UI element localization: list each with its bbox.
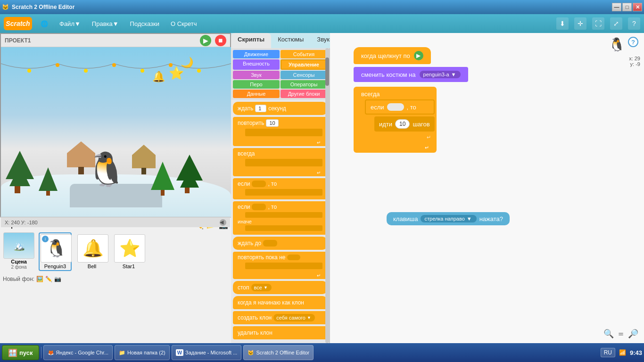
taskbar-item-browser[interactable]: 🦊 Яндекс - Google Chr... — [43, 345, 113, 360]
penguin-thumbnail: i 🐧 — [41, 234, 72, 263]
left-panel: ПРОЕКТ1 ▶ ⏹ — [0, 33, 231, 343]
menu-hints[interactable]: Подсказки — [127, 18, 162, 29]
cat-pen[interactable]: Перо — [233, 80, 280, 89]
camera-backdrop-icon[interactable]: 📷 — [54, 276, 61, 282]
when-flag-clicked-block[interactable]: когда щелкнут по ▶ — [354, 47, 431, 64]
new-backdrop-section: Новый фон: 🖼️ ✏️ 📷 — [3, 276, 228, 282]
move-steps-block[interactable]: идти 10 шагов — [374, 116, 435, 132]
cat-control[interactable]: Управление — [281, 59, 327, 70]
cat-sound[interactable]: Звук — [233, 71, 280, 79]
clock: 9:43 — [630, 349, 642, 356]
stage-area: ПРОЕКТ1 ▶ ⏹ — [0, 33, 231, 217]
lang-button[interactable]: RU — [601, 348, 615, 357]
star-thumbnail: ⭐ — [114, 234, 145, 263]
bell-decoration: 🔔 — [152, 71, 165, 83]
taskbar-item-word[interactable]: W Задание - Microsoft ... — [172, 345, 242, 360]
tree-right — [176, 155, 203, 193]
cat-data[interactable]: Данные — [233, 90, 280, 98]
forever-block[interactable]: всегда если , то идти 10 шагов ↵ — [354, 87, 437, 153]
toolbar-arrows-icon[interactable]: ✛ — [574, 17, 586, 30]
cat-looks[interactable]: Внешность — [233, 59, 280, 70]
if-block-inner[interactable]: если , то — [365, 99, 435, 115]
start-button[interactable]: 🪟 пуск — [2, 345, 39, 360]
toolbar-fullscreen-icon[interactable]: ⛶ — [592, 17, 604, 30]
penguin-sprite[interactable]: 🐧 — [86, 150, 127, 189]
sprite-bell[interactable]: 🔔 Bell — [75, 232, 108, 271]
stage-canvas[interactable]: 🌙 ⭐ 🔔 — [1, 47, 231, 217]
menu-about[interactable]: О Скретч — [168, 18, 200, 29]
taskbar: 🪟 пуск 🦊 Яндекс - Google Chr... 📁 Новая … — [0, 343, 644, 362]
forever-bottom: ↵ — [354, 143, 437, 153]
svg-point-0 — [27, 69, 31, 73]
upload-backdrop-icon[interactable]: ✏️ — [45, 276, 52, 282]
block-forever[interactable]: всегда ↵ — [233, 148, 327, 176]
star-name: Star1 — [114, 263, 143, 269]
bell-name: Bell — [77, 263, 107, 269]
taskbar-right: RU 📶 9:43 — [601, 348, 642, 357]
palette-scrollbar[interactable] — [325, 48, 329, 343]
penguin-name: Penguin3 — [41, 263, 70, 269]
menu-edit[interactable]: Правка▼ — [89, 18, 122, 29]
block-when-clone-start[interactable]: когда я начинаю как клон — [233, 296, 327, 309]
stage-header: ПРОЕКТ1 ▶ ⏹ — [1, 34, 230, 47]
blocks-list: ждать 1 секунд повторить 10 ↵ всегда ↵ — [231, 100, 329, 343]
stage-footer: Х: 240 У: -180 ◀ — [1, 217, 230, 227]
block-categories: Движение События Внешность Управление Зв… — [231, 48, 329, 100]
scratch-logo: Scratch — [4, 17, 32, 30]
toolbar-help-icon[interactable]: ? — [628, 17, 640, 30]
title-bar-left: 🐱 Scratch 2 Offline Editor — [2, 4, 74, 10]
expand-stage-button[interactable]: ◀ — [220, 219, 226, 226]
block-wait[interactable]: ждать 1 секунд — [233, 102, 327, 115]
taskbar-item-scratch[interactable]: 🐱 Scratch 2 Offline Editor — [243, 345, 314, 360]
sprite-penguin[interactable]: i 🐧 Penguin3 — [39, 232, 72, 271]
zoom-out-icon[interactable]: 🔎 — [628, 329, 638, 339]
block-wait-until[interactable]: ждать до — [233, 237, 327, 250]
cat-movement[interactable]: Движение — [233, 50, 280, 58]
minimize-button[interactable]: — — [612, 3, 621, 11]
close-button[interactable]: ✕ — [633, 3, 642, 11]
palette-tabs: Скрипты Костюмы Звуки — [231, 33, 329, 48]
if-bottom: ↵ — [365, 133, 435, 141]
zoom-in-icon[interactable]: 🔍 — [603, 329, 614, 339]
block-if-else[interactable]: если , то иначе — [233, 201, 327, 235]
menu-globe[interactable]: 🌐 — [38, 18, 51, 29]
block-repeat-until[interactable]: повторять пока не ↵ — [233, 252, 327, 279]
palette-scrollbar-thumb[interactable] — [325, 58, 329, 86]
tab-scripts[interactable]: Скрипты — [231, 33, 271, 48]
maximize-button[interactable]: □ — [622, 3, 632, 11]
scripts-panel[interactable]: 🐧 х: 29 у: -9 ? когда щелкнут по ▶ смени… — [330, 33, 644, 343]
toolbar-expand-icon[interactable]: ⤢ — [610, 17, 622, 30]
block-repeat[interactable]: повторить 10 ↵ — [233, 117, 327, 146]
cat-events[interactable]: События — [281, 50, 327, 58]
star-decoration: ⭐ — [169, 66, 184, 81]
block-if[interactable]: если , то — [233, 178, 327, 199]
green-flag-button[interactable]: ▶ — [200, 35, 211, 46]
forever-header: всегда — [354, 87, 437, 98]
taskbar-item-folder[interactable]: 📁 Новая папка (2) — [115, 345, 170, 360]
tree-mid-left — [39, 167, 58, 196]
zoom-reset-icon[interactable]: ＝ — [617, 328, 625, 339]
sprites-list: 🏔️ Сцена 2 фона i 🐧 Penguin3 🔔 — [3, 232, 228, 271]
block-delete-clone[interactable]: удалить клон — [233, 326, 327, 339]
tab-costumes[interactable]: Костюмы — [271, 33, 310, 48]
sprites-panel: Спрайты Новый объект: ✏️ 📂 📷 🏔️ Сцена 2 … — [0, 217, 231, 343]
paint-backdrop-icon[interactable]: 🖼️ — [36, 276, 43, 282]
toolbar-upload-icon[interactable]: ⬇ — [556, 17, 569, 30]
menu-file[interactable]: Файл▼ — [57, 18, 83, 29]
help-button[interactable]: ? — [628, 37, 638, 47]
key-dropdown[interactable]: стрелка направо ▼ — [421, 215, 476, 222]
cat-more[interactable]: Другие блоки — [281, 90, 327, 98]
cat-sensing[interactable]: Сенсоры — [281, 71, 327, 79]
svg-point-2 — [84, 69, 88, 73]
cat-operators[interactable]: Операторы — [281, 80, 327, 89]
key-pressed-block[interactable]: клавиша стрелка направо ▼ нажата? — [387, 212, 510, 225]
block-create-clone[interactable]: создать клон себя самого ▼ — [233, 311, 327, 324]
sprite-star[interactable]: ⭐ Star1 — [112, 232, 145, 271]
costume-dropdown[interactable]: penguin3-a ▼ — [420, 71, 461, 78]
info-badge[interactable]: i — [42, 236, 49, 242]
block-stop[interactable]: стоп все ▼ — [233, 281, 327, 294]
mini-sprite-display: 🐧 — [609, 37, 625, 52]
scene-item[interactable]: 🏔️ Сцена 2 фона — [3, 232, 35, 270]
stop-button[interactable]: ⏹ — [215, 35, 226, 46]
switch-costume-block[interactable]: сменить костюм на penguin3-a ▼ — [354, 67, 468, 82]
